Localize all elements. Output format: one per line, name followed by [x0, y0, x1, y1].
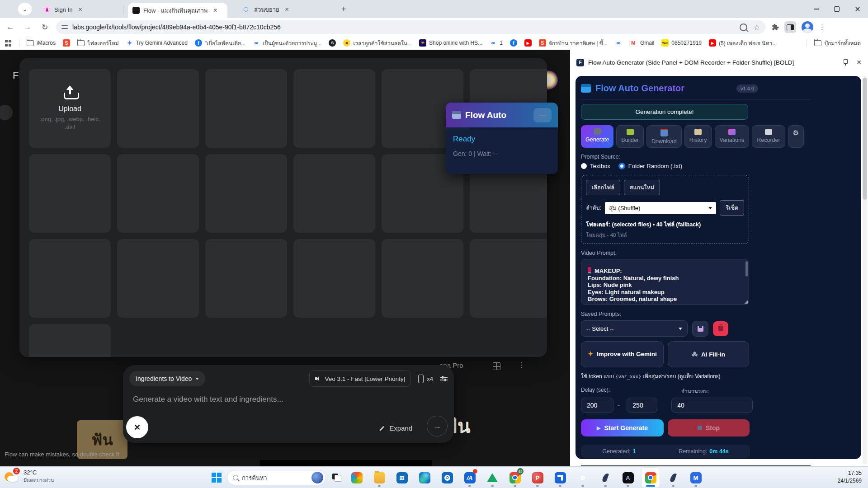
bookmark-globe[interactable]: S	[329, 39, 336, 47]
close-tab-icon[interactable]: ✕	[285, 6, 289, 13]
imacros-icon[interactable]: /A	[461, 468, 479, 488]
close-side-panel-icon[interactable]: ✕	[856, 59, 862, 66]
delete-prompt-button[interactable]	[713, 321, 728, 336]
bookmark-yale[interactable]: Yale0850271919	[661, 39, 702, 47]
extensions-puzzle-icon[interactable]	[772, 23, 779, 31]
gallery-view-icon[interactable]	[493, 362, 500, 370]
edge-icon[interactable]	[415, 468, 434, 488]
upload-tile[interactable]: Upload .png, .jpg, .webp, .heic,.avif	[29, 69, 111, 148]
mode-selector[interactable]: Ingredients to Video	[129, 371, 205, 386]
taskbar-clock[interactable]: 17:35 24/1/2569	[838, 469, 862, 485]
bookmark-emoji[interactable]: ☻เวลาลูกค้าใช้ส่วนลดใน...	[343, 39, 412, 47]
close-window-button[interactable]: ✕	[847, 0, 868, 18]
image-slot[interactable]	[293, 154, 375, 233]
image-slot[interactable]	[117, 154, 199, 233]
office-p-icon[interactable]: P	[528, 468, 547, 488]
blue-m-app-icon[interactable]: M	[687, 468, 705, 488]
bookmark-folder-imacros[interactable]: iMacros	[27, 39, 56, 47]
bookmark-shopee-2[interactable]: Sจักรบ้าน ราคาพิเศษ | ขี้...	[539, 39, 608, 47]
bookmark-meta-2[interactable]: ∞1	[490, 39, 503, 47]
resize-handle[interactable]	[745, 300, 748, 304]
quill-app-icon-2[interactable]	[664, 468, 682, 488]
flow-auto-widget[interactable]: Flow Auto — Ready Gen: 0 | Wait: --	[446, 103, 558, 174]
widget-minimize-button[interactable]: —	[533, 108, 552, 122]
saved-prompts-select[interactable]: -- Select --	[581, 320, 688, 337]
tab-history[interactable]: History	[684, 125, 712, 148]
quill-app-icon[interactable]	[596, 468, 614, 488]
copilot-icon[interactable]	[348, 468, 366, 488]
panel-scrollbar-thumb[interactable]	[863, 78, 867, 200]
reset-button[interactable]: รีเซ็ต	[720, 200, 744, 216]
bookmark-facebook-1[interactable]: f"เบื่อไลฟ์คนเดีย...	[195, 39, 245, 47]
shuffle-select[interactable]: สุ่ม (Shuffle)	[605, 202, 716, 214]
dark-a-app-icon[interactable]: A	[619, 468, 637, 488]
chrome-active-icon[interactable]	[642, 468, 660, 488]
prompt-input[interactable]: Generate a video with text and ingredien…	[133, 395, 283, 404]
site-info-icon[interactable]	[61, 24, 68, 30]
close-tab-icon[interactable]: ✕	[78, 6, 82, 13]
tab-settings[interactable]: ⚙	[788, 125, 804, 148]
image-slot[interactable]	[29, 239, 111, 318]
side-panel-toggle-icon[interactable]	[784, 21, 796, 33]
bookmark-folder-new[interactable]: โฟลเดอร์ใหม่	[77, 39, 119, 47]
url-text[interactable]: labs.google/fx/tools/flow/project/489eb9…	[72, 23, 281, 31]
settings-sliders-icon[interactable]	[440, 375, 448, 382]
generate-arrow-button[interactable]: →	[427, 416, 448, 436]
rescan-button[interactable]: สแกนใหม่	[624, 180, 660, 195]
outlook-icon[interactable]: O	[438, 468, 456, 488]
new-tab-button[interactable]: +	[341, 5, 346, 14]
maximize-window-button[interactable]	[826, 0, 847, 18]
image-slot[interactable]	[293, 239, 375, 318]
apps-grid-icon[interactable]	[5, 39, 12, 47]
forward-icon[interactable]: →	[21, 20, 34, 34]
textarea-scrollbar[interactable]	[745, 261, 748, 277]
image-slot[interactable]	[293, 69, 375, 148]
expand-button[interactable]: Expand	[380, 424, 412, 432]
close-modal-button[interactable]: ✕	[126, 416, 148, 438]
save-prompt-button[interactable]	[692, 321, 708, 337]
more-options-icon[interactable]: ⋮	[518, 361, 525, 369]
tab-flow[interactable]: Flow - แมงกินฟันคุณภาพ ✕	[128, 3, 227, 18]
bookmark-youtube-2[interactable]: ▶(5) เพลงเด็ก พ่อเจ นิทา...	[709, 39, 777, 47]
radio-textbox[interactable]: Textbox	[581, 163, 610, 169]
delay-min-input[interactable]: 200	[581, 398, 613, 413]
aspect-ratio-icon[interactable]	[418, 375, 424, 383]
menu-dots-icon[interactable]: ⋮	[819, 23, 826, 31]
image-slot[interactable]	[470, 239, 547, 318]
tab-recorder[interactable]: Recorder	[752, 125, 785, 148]
address-bar[interactable]: labs.google/fx/tools/flow/project/489eb9…	[56, 20, 765, 34]
tab-download[interactable]: Download	[646, 125, 682, 148]
image-slot[interactable]	[205, 239, 287, 318]
start-generate-button[interactable]: ▶Start Generate	[581, 419, 664, 436]
chrome-profile-icon[interactable]: SJ	[506, 468, 524, 488]
improve-with-gemini-button[interactable]: ✦Improve with Gemini	[581, 341, 664, 367]
start-button[interactable]	[212, 473, 222, 483]
delay-max-input[interactable]: 250	[627, 398, 657, 413]
bookmark-meta-3[interactable]: ∞	[615, 39, 622, 47]
bookmark-gemini[interactable]: ✦Try Gemini Advanced	[126, 39, 188, 47]
bookmark-facebook-2[interactable]: f	[510, 39, 517, 47]
bookmark-gmail[interactable]: MGmail	[629, 39, 654, 47]
image-slot[interactable]	[205, 154, 287, 233]
bookmark-youtube-1[interactable]: ▶	[524, 39, 532, 47]
bookmark-lazada[interactable]: ❤Shop online with HS...	[419, 39, 482, 47]
tab-builder[interactable]: Builder	[616, 125, 644, 148]
reload-icon[interactable]: ↻	[38, 20, 52, 34]
profile-avatar[interactable]	[802, 21, 813, 33]
video-prompt-textarea[interactable]: , , , MAKEUP: Foundation: Natural, dewy …	[581, 259, 749, 305]
tab-variations[interactable]: Variations	[715, 125, 750, 148]
stop-button[interactable]: Stop	[668, 419, 750, 436]
microsoft-store-icon[interactable]: ⊞	[393, 468, 411, 488]
taskbar-search[interactable]: การค้นหา	[227, 470, 326, 485]
image-slot[interactable]	[117, 69, 199, 148]
bookmark-shopee[interactable]: S	[63, 39, 70, 47]
settings-gear-icon[interactable]: ⚙	[574, 468, 592, 488]
task-view-icon[interactable]	[332, 474, 341, 482]
tab-generate[interactable]: Generate	[581, 125, 613, 148]
all-bookmarks-folder[interactable]: บุ๊กมาร์กทั้งหมด	[814, 39, 861, 47]
tab-extensions[interactable]: ⬡ ส่วนขยาย ✕	[239, 3, 331, 16]
radio-folder-random[interactable]: Folder Random (.txt)	[618, 163, 682, 169]
close-tab-icon[interactable]: ✕	[213, 7, 217, 14]
widget-header[interactable]: Flow Auto —	[446, 103, 558, 127]
tab-search-chevron-icon[interactable]: ⌄	[18, 3, 32, 15]
